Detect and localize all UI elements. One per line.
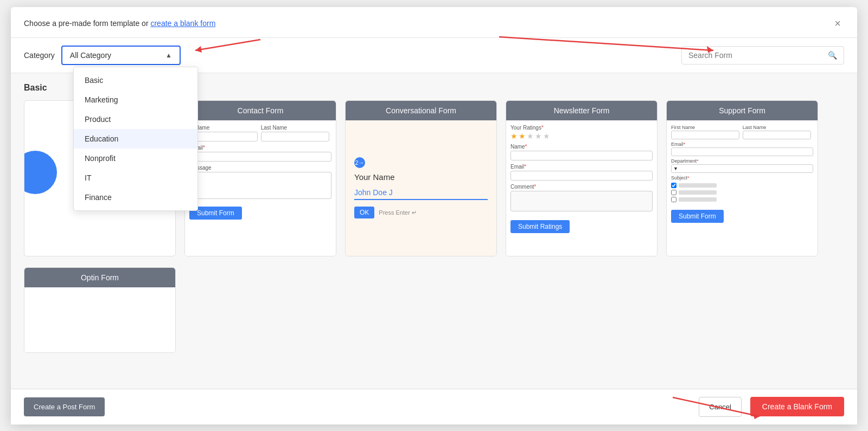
modal-title-static: Choose a pre-made form template or [24, 19, 150, 28]
category-value: All Category [70, 51, 111, 60]
dropdown-item-finance[interactable]: Finance [74, 188, 197, 207]
dropdown-item-it[interactable]: IT [74, 168, 197, 188]
sp-fn-input [671, 131, 739, 139]
sp-checkboxes [671, 183, 813, 202]
contact-lastname-input [261, 132, 329, 141]
dropdown-item-product[interactable]: Product [74, 110, 197, 129]
contact-lastname-label: Last Name [261, 125, 329, 131]
conv-ok-btn: OK [354, 207, 374, 218]
star-3: ★ [527, 132, 534, 140]
modal-container: Choose a pre-made form template or creat… [11, 7, 857, 424]
dropdown-item-marketing[interactable]: Marketing [74, 90, 197, 110]
dropdown-item-basic[interactable]: Basic [74, 70, 197, 90]
form-card-contact[interactable]: Contact Form st Name Last Name Email [184, 100, 336, 256]
category-label: Category [24, 51, 55, 60]
nl-email-label: Email* [510, 164, 653, 170]
dropdown-item-education[interactable]: Education [74, 129, 197, 149]
footer-right: Cancel Create a Blank Form [699, 397, 844, 417]
sp-email-label: Email* [671, 141, 813, 147]
nl-stars: ★ ★ ★ ★ ★ [510, 132, 653, 140]
dropdown-item-nonprofit[interactable]: Nonprofit [74, 149, 197, 168]
sp-cb-3 [671, 197, 813, 202]
nl-email-input [510, 171, 653, 181]
chevron-up-icon: ▲ [165, 52, 172, 59]
search-box: 🔍 [681, 46, 844, 65]
card-header-contact: Contact Form [185, 101, 336, 120]
nl-comment-input [510, 191, 653, 211]
category-select[interactable]: All Category ▲ [61, 46, 181, 65]
form-card-newsletter[interactable]: Newsletter Form Your Ratings* ★ ★ ★ ★ ★ … [506, 100, 658, 256]
search-input[interactable] [688, 51, 826, 60]
create-post-button[interactable]: Create a Post Form [24, 397, 105, 416]
sp-dept-select: ▼ [671, 164, 813, 173]
sp-subject-label: Subject* [671, 175, 813, 181]
close-button[interactable]: × [831, 17, 844, 30]
conv-answer: John Doe J [354, 187, 488, 200]
sp-email-input [671, 147, 813, 156]
card-body-support: First Name Last Name Email* Departme [667, 120, 818, 256]
form-card-support[interactable]: Support Form First Name Last Name Em [666, 100, 818, 256]
contact-email-label: Email* [189, 145, 331, 151]
card-header-newsletter: Newsletter Form [506, 101, 657, 120]
sp-dept-label: Department* [671, 158, 813, 164]
star-2: ★ [519, 132, 526, 140]
nl-submit-btn: Submit Ratings [510, 220, 570, 233]
card-header-conversational: Conversational Form [346, 101, 496, 120]
create-blank-button[interactable]: Create a Blank Form [750, 397, 844, 416]
star-4: ★ [535, 132, 542, 140]
conv-ok-row: OK Press Enter ↵ [354, 207, 488, 218]
sp-ln-input [743, 131, 811, 139]
form-card-optin[interactable]: Optin Form [24, 267, 176, 353]
nl-name-input [510, 151, 653, 160]
sp-ln-label: Last Name [743, 125, 811, 130]
second-row-cards: Optin Form [24, 267, 844, 353]
form-card-conversational[interactable]: Conversational Form 2→ Your Name John Do… [345, 100, 497, 256]
contact-email-input [189, 152, 331, 162]
card-body-newsletter: Your Ratings* ★ ★ ★ ★ ★ Name* Email* Com… [506, 120, 657, 256]
blue-circle-decoration [24, 151, 57, 194]
card-body-contact: st Name Last Name Email* message [185, 120, 336, 256]
search-icon: 🔍 [828, 51, 837, 60]
contact-message-label: message [189, 165, 331, 171]
nl-comment-label: Comment* [510, 184, 653, 190]
modal-header: Choose a pre-made form template or creat… [11, 7, 857, 38]
modal-footer: Create a Post Form Cancel Create a Blank… [11, 389, 857, 424]
sp-cb-2 [671, 190, 813, 195]
nl-ratings-label: Your Ratings* [510, 125, 653, 131]
conv-question: Your Name [354, 172, 488, 182]
conv-step-number: 2→ [354, 157, 365, 168]
modal-title: Choose a pre-made form template or creat… [24, 19, 215, 28]
category-dropdown: Basic Marketing Product Education Nonpro… [73, 67, 198, 211]
conv-enter-hint: Press Enter ↵ [379, 209, 417, 216]
cancel-button[interactable]: Cancel [699, 397, 741, 417]
nl-name-label: Name* [510, 144, 653, 150]
sp-submit-btn: Submit Form [671, 210, 724, 223]
sp-cb-1 [671, 183, 813, 188]
create-blank-link[interactable]: create a blank form [150, 19, 215, 28]
card-body-optin [24, 287, 175, 352]
contact-message-textarea [189, 172, 331, 199]
card-header-support: Support Form [667, 101, 818, 120]
conv-step: 2→ [354, 157, 488, 168]
star-5: ★ [543, 132, 550, 140]
sp-fn-label: First Name [671, 125, 739, 130]
contact-firstname-input [189, 132, 258, 141]
contact-firstname-label: st Name [189, 125, 258, 131]
card-header-optin: Optin Form [24, 268, 175, 287]
star-1: ★ [510, 132, 518, 140]
card-body-conversational: 2→ Your Name John Doe J OK Press Enter ↵ [346, 120, 496, 256]
